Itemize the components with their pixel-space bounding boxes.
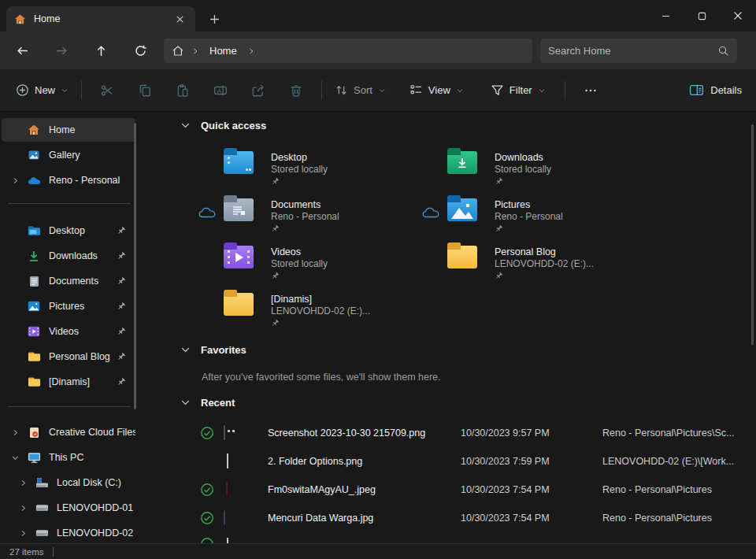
new-tab-button[interactable] xyxy=(206,11,222,27)
maximize-button[interactable] xyxy=(684,0,720,31)
sync-check-icon xyxy=(200,483,224,497)
chevron-down-icon xyxy=(180,344,191,356)
rename-button[interactable]: A xyxy=(205,76,236,105)
tile-dinamis[interactable]: [Dinamis] LENOVOHDD-02 (E:)... xyxy=(195,290,419,337)
section-recent-header[interactable]: Recent xyxy=(180,397,235,409)
close-button[interactable] xyxy=(720,0,756,31)
status-divider xyxy=(53,547,54,557)
explorer-tab-home[interactable]: Home xyxy=(6,6,195,31)
recent-file-row[interactable]: Mencuri Data Warga.jpg 10/30/2023 7:54 P… xyxy=(200,504,756,532)
sidebar-item-drive-e[interactable]: LENOVOHDD-02 (E:) xyxy=(2,521,135,543)
new-button-label: New xyxy=(35,84,55,96)
sidebar-item-creative-cloud-files[interactable]: Creative Cloud Files xyxy=(2,420,135,444)
tile-videos[interactable]: Videos Stored locally xyxy=(195,242,419,290)
gallery-icon xyxy=(27,148,41,162)
view-button[interactable]: View xyxy=(403,79,470,102)
delete-button[interactable] xyxy=(280,76,312,105)
filter-icon xyxy=(491,83,504,97)
sidebar-item-home[interactable]: Home xyxy=(2,118,135,142)
folder-icon xyxy=(224,293,254,316)
tile-downloads[interactable]: Downloads Stored locally xyxy=(419,148,643,195)
tile-documents[interactable]: Documents Reno - Personal xyxy=(195,195,419,242)
breadcrumb-chevron-icon[interactable] xyxy=(246,46,256,56)
content-area: Home Gallery Reno - Personal xyxy=(0,112,756,543)
recent-file-row[interactable]: Screenshot 2023-10-30 215709.png 10/30/2… xyxy=(200,419,756,447)
up-button[interactable] xyxy=(91,41,110,60)
refresh-button[interactable] xyxy=(131,41,150,60)
folder-icon xyxy=(27,375,41,389)
cut-button[interactable] xyxy=(91,76,123,105)
sidebar-item-gallery[interactable]: Gallery xyxy=(2,143,135,167)
pin-icon xyxy=(495,224,643,233)
folder-icon xyxy=(447,246,477,268)
sidebar-item-downloads[interactable]: Downloads xyxy=(2,244,135,268)
recent-file-row[interactable]: 2. Folder Options.png 10/30/2023 7:59 PM… xyxy=(200,447,756,476)
chevron-right-icon[interactable] xyxy=(9,428,20,437)
minimize-button[interactable] xyxy=(647,0,684,31)
cloud-sync-icon xyxy=(422,206,439,218)
tile-personal-blog[interactable]: Personal Blog LENOVOHDD-02 (E:)... xyxy=(419,242,643,290)
sync-check-icon xyxy=(200,426,224,440)
documents-icon xyxy=(27,274,41,288)
back-button[interactable] xyxy=(13,41,32,60)
share-button[interactable] xyxy=(243,76,274,105)
search-box[interactable] xyxy=(540,39,737,63)
sidebar-item-documents[interactable]: Documents xyxy=(2,269,135,293)
search-icon[interactable] xyxy=(717,45,729,57)
breadcrumb[interactable]: Home xyxy=(164,39,532,63)
chevron-down-icon xyxy=(61,87,69,94)
this-pc-icon xyxy=(27,450,41,465)
sidebar-item-local-disk-c[interactable]: Local Disk (C:) xyxy=(2,471,135,494)
recent-file-row[interactable]: Fm0switaMAgyAU_.jpeg 10/30/2023 7:54 PM … xyxy=(200,476,756,504)
search-input[interactable] xyxy=(548,45,717,57)
chevron-right-icon[interactable] xyxy=(17,529,28,538)
view-icon xyxy=(410,83,423,97)
sidebar-item-personal-blog[interactable]: Personal Blog xyxy=(2,345,135,368)
breadcrumb-item-home[interactable]: Home xyxy=(209,45,237,57)
sidebar-item-onedrive-personal[interactable]: Reno - Personal xyxy=(2,168,135,192)
copy-button[interactable] xyxy=(129,76,161,105)
pin-icon xyxy=(117,327,126,336)
chevron-down-icon[interactable] xyxy=(9,453,20,462)
paste-button[interactable] xyxy=(167,76,198,105)
tab-close-icon[interactable] xyxy=(172,11,187,27)
sidebar-item-desktop[interactable]: Desktop xyxy=(2,219,135,242)
navigation-bar: Home xyxy=(0,31,756,69)
quick-access-grid: Desktop Stored locally Downloads Stored … xyxy=(195,148,643,337)
sort-button-label: Sort xyxy=(354,84,372,96)
breadcrumb-chevron-icon[interactable] xyxy=(191,46,200,56)
cloud-sync-icon xyxy=(198,206,216,218)
sidebar-item-drive-d[interactable]: LENOVOHDD-01 (D:) xyxy=(2,496,135,520)
recent-file-row-partial[interactable] xyxy=(200,532,756,543)
chevron-down-icon xyxy=(180,397,191,409)
filter-button[interactable]: Filter xyxy=(484,79,552,102)
sidebar-item-dinamis[interactable]: [Dinamis] xyxy=(2,370,135,394)
sidebar-scrollbar[interactable] xyxy=(134,123,136,409)
sort-button[interactable]: Sort xyxy=(328,79,392,102)
home-icon xyxy=(14,13,26,25)
pictures-icon xyxy=(27,299,41,313)
section-quick-access-header[interactable]: Quick access xyxy=(180,120,266,131)
breadcrumb-home-icon[interactable] xyxy=(172,45,184,57)
documents-folder-icon xyxy=(224,198,254,221)
pin-icon xyxy=(271,224,419,233)
item-count: 27 items xyxy=(9,547,43,557)
sidebar-item-videos[interactable]: Videos xyxy=(2,320,135,343)
filter-button-label: Filter xyxy=(510,84,532,96)
details-button[interactable]: Details xyxy=(689,83,742,97)
tile-pictures[interactable]: Pictures Reno - Personal xyxy=(419,195,643,242)
sidebar-item-pictures[interactable]: Pictures xyxy=(2,294,135,318)
section-favorites-header[interactable]: Favorites xyxy=(180,344,246,356)
chevron-right-icon[interactable] xyxy=(9,176,20,185)
pin-icon xyxy=(271,319,419,328)
more-options-button[interactable] xyxy=(575,76,606,105)
main-scrollbar[interactable] xyxy=(751,124,754,345)
chevron-right-icon[interactable] xyxy=(17,479,28,487)
drive-icon xyxy=(35,526,49,540)
sidebar-item-this-pc[interactable]: This PC xyxy=(2,446,135,469)
plus-circle-icon xyxy=(16,83,29,97)
tile-desktop[interactable]: Desktop Stored locally xyxy=(195,148,419,195)
chevron-right-icon[interactable] xyxy=(17,504,28,513)
new-button[interactable]: New xyxy=(9,79,75,102)
forward-button[interactable] xyxy=(52,41,71,60)
